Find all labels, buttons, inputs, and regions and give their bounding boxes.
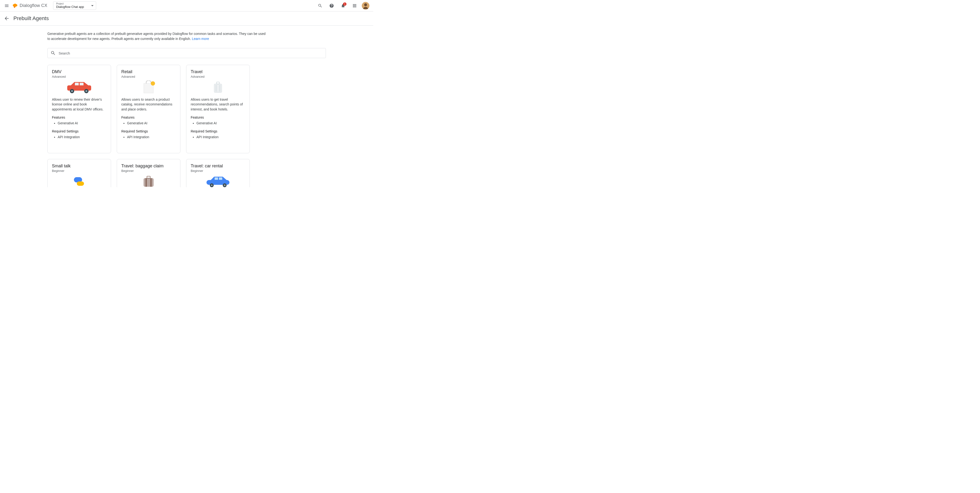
arrow-back-icon bbox=[4, 16, 10, 21]
agent-card-travel[interactable]: Travel Advanced Allows users to get trav… bbox=[186, 65, 250, 153]
required-settings-list: API Integration bbox=[191, 135, 245, 139]
card-title: Small talk bbox=[52, 163, 107, 168]
notifications-button[interactable]: 1 bbox=[339, 2, 347, 10]
help-button[interactable] bbox=[327, 2, 336, 10]
project-selector[interactable]: Project Dialogflow Chat app bbox=[53, 2, 96, 10]
features-heading: Features bbox=[52, 116, 107, 119]
svg-rect-18 bbox=[77, 181, 84, 186]
svg-rect-22 bbox=[150, 178, 152, 187]
chat-bubbles-illustration bbox=[52, 174, 107, 187]
svg-marker-0 bbox=[13, 3, 17, 7]
dialogflow-logo-icon bbox=[13, 3, 18, 8]
travel-suitcase-illustration bbox=[191, 80, 245, 94]
features-list: Generative AI bbox=[52, 121, 107, 125]
card-description: Allows users to search a product catalog… bbox=[121, 97, 176, 112]
product-logo[interactable]: Dialogflow CX bbox=[13, 3, 48, 8]
topbar: Dialogflow CX Project Dialogflow Chat ap… bbox=[0, 0, 373, 11]
card-level: Advanced bbox=[52, 75, 107, 78]
svg-rect-21 bbox=[145, 178, 147, 187]
intro-paragraph: Generative prebuilt agents are a collect… bbox=[48, 31, 267, 43]
required-settings-list: API Integration bbox=[52, 135, 107, 139]
svg-rect-6 bbox=[80, 83, 83, 86]
svg-rect-25 bbox=[219, 178, 222, 180]
retail-bag-illustration bbox=[121, 80, 176, 94]
required-settings-heading: Required Settings bbox=[52, 129, 107, 133]
required-settings-heading: Required Settings bbox=[121, 129, 176, 133]
dmv-car-illustration bbox=[52, 80, 107, 94]
card-description: Allows users to get travel recommendatio… bbox=[191, 97, 245, 112]
search-icon bbox=[51, 51, 56, 56]
topbar-actions: 1 bbox=[316, 2, 371, 10]
required-settings-list: API Integration bbox=[121, 135, 176, 139]
list-item: API Integration bbox=[58, 135, 107, 139]
svg-point-3 bbox=[364, 3, 367, 6]
car-rental-illustration bbox=[191, 174, 245, 187]
hamburger-icon bbox=[4, 3, 9, 8]
search-icon bbox=[318, 3, 323, 8]
account-avatar[interactable] bbox=[362, 2, 369, 10]
back-button[interactable] bbox=[2, 14, 11, 23]
list-item: Generative AI bbox=[196, 121, 245, 125]
intro-text: Generative prebuilt agents are a collect… bbox=[48, 32, 266, 41]
svg-point-10 bbox=[86, 90, 88, 92]
content: Generative prebuilt agents are a collect… bbox=[48, 25, 326, 187]
project-selector-label: Project bbox=[56, 3, 88, 5]
agent-card-retail[interactable]: Retail Advanced Allows users to search a… bbox=[117, 65, 180, 153]
card-level: Advanced bbox=[121, 75, 176, 78]
agent-card-small-talk[interactable]: Small talk Beginner bbox=[48, 159, 111, 187]
card-level: Advanced bbox=[191, 75, 245, 78]
notification-badge: 1 bbox=[343, 2, 347, 6]
chevron-down-icon bbox=[91, 5, 94, 6]
svg-point-29 bbox=[224, 185, 226, 186]
svg-point-8 bbox=[71, 90, 73, 92]
svg-rect-13 bbox=[214, 84, 222, 92]
list-item: Generative AI bbox=[58, 121, 107, 125]
features-list: Generative AI bbox=[191, 121, 245, 125]
agent-card-grid: DMV Advanced Allows user to renew their bbox=[48, 65, 326, 187]
required-settings-heading: Required Settings bbox=[191, 129, 245, 133]
svg-rect-14 bbox=[216, 82, 220, 84]
card-title: Travel bbox=[191, 69, 245, 75]
agent-search-input[interactable] bbox=[59, 51, 323, 55]
page-header: Prebuilt Agents bbox=[0, 11, 373, 25]
svg-rect-19 bbox=[143, 178, 154, 187]
project-selector-value: Dialogflow Chat app bbox=[56, 5, 88, 9]
agent-search-box bbox=[48, 48, 326, 58]
main-menu-button[interactable] bbox=[2, 1, 11, 11]
search-button[interactable] bbox=[316, 2, 325, 10]
card-level: Beginner bbox=[121, 169, 176, 173]
svg-point-27 bbox=[211, 185, 213, 186]
card-title: Travel: baggage claim bbox=[121, 163, 176, 168]
card-description: Allows user to renew their driver's lice… bbox=[52, 97, 107, 112]
page-title: Prebuilt Agents bbox=[13, 15, 49, 22]
card-title: DMV bbox=[52, 69, 107, 75]
product-name: Dialogflow CX bbox=[20, 3, 48, 8]
list-item: Generative AI bbox=[127, 121, 176, 125]
apps-grid-icon bbox=[352, 3, 357, 8]
help-icon bbox=[329, 3, 334, 8]
apps-button[interactable] bbox=[350, 2, 359, 10]
learn-more-link[interactable]: Learn more bbox=[192, 37, 209, 41]
content-scroll[interactable]: Generative prebuilt agents are a collect… bbox=[0, 25, 373, 187]
card-level: Beginner bbox=[191, 169, 245, 173]
features-heading: Features bbox=[121, 116, 176, 119]
agent-card-dmv[interactable]: DMV Advanced Allows user to renew their bbox=[48, 65, 111, 153]
baggage-illustration bbox=[121, 174, 176, 187]
list-item: API Integration bbox=[127, 135, 176, 139]
svg-point-12 bbox=[151, 81, 155, 86]
svg-rect-24 bbox=[215, 178, 218, 180]
agent-card-car-rental[interactable]: Travel: car rental Beginner bbox=[186, 159, 250, 187]
features-heading: Features bbox=[191, 116, 245, 119]
features-list: Generative AI bbox=[121, 121, 176, 125]
card-title: Retail bbox=[121, 69, 176, 75]
svg-rect-5 bbox=[75, 83, 79, 86]
card-title: Travel: car rental bbox=[191, 163, 245, 168]
list-item: API Integration bbox=[196, 135, 245, 139]
agent-card-baggage-claim[interactable]: Travel: baggage claim Beginner bbox=[117, 159, 180, 187]
card-level: Beginner bbox=[52, 169, 107, 173]
svg-rect-20 bbox=[147, 176, 150, 178]
